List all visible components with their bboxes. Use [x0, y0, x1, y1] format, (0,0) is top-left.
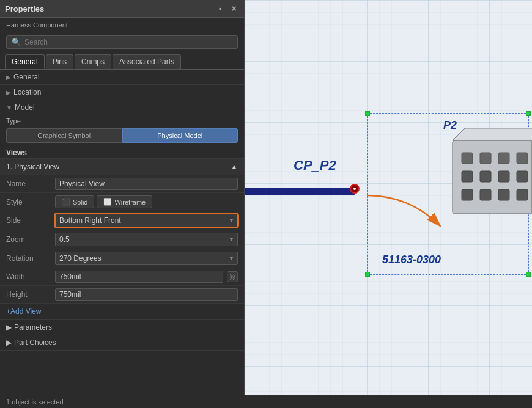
side-label: Side	[6, 216, 55, 225]
corner-bl	[365, 272, 370, 277]
parameters-arrow: ▶	[6, 323, 12, 332]
rotation-dropdown-wrapper: 270 Degrees 0 Degrees 90 Degrees 180 Deg…	[55, 252, 238, 265]
close-button[interactable]: ×	[229, 3, 239, 14]
general-label: General	[13, 73, 40, 81]
solid-btn[interactable]: ⬛ Solid	[55, 195, 94, 208]
search-bar: 🔍	[6, 35, 238, 49]
name-input[interactable]	[55, 178, 238, 190]
corner-tl	[365, 111, 370, 116]
height-input[interactable]	[55, 288, 238, 301]
type-label: Type	[0, 115, 244, 126]
connector-dot	[350, 184, 360, 194]
rotation-select[interactable]: 270 Degrees 0 Degrees 90 Degrees 180 Deg…	[55, 252, 238, 265]
svg-marker-3	[453, 128, 532, 140]
zoom-label: Zoom	[6, 235, 55, 244]
width-row: Width ⛓	[0, 268, 244, 286]
rotation-row: Rotation 270 Degrees 0 Degrees 90 Degree…	[0, 249, 244, 268]
svg-rect-6	[480, 153, 491, 164]
svg-rect-13	[462, 189, 473, 200]
name-label: Name	[6, 180, 55, 188]
svg-rect-5	[462, 153, 473, 164]
corner-tr	[526, 111, 531, 116]
part-number-label: 51163-0300	[382, 253, 441, 266]
tab-general[interactable]: General	[5, 54, 45, 69]
width-value-area: ⛓	[55, 271, 238, 283]
general-arrow: ▶	[6, 74, 11, 81]
svg-rect-9	[462, 171, 473, 182]
rotation-label: Rotation	[6, 254, 55, 263]
zoom-row: Zoom 0.5 0.25 1.0 2.0	[0, 230, 244, 249]
parameters-header[interactable]: ▶ Parameters	[0, 320, 244, 335]
svg-rect-8	[517, 153, 528, 164]
svg-rect-16	[517, 189, 528, 200]
pin-button[interactable]: ▪	[216, 3, 224, 14]
parameters-label: Parameters	[14, 323, 52, 332]
name-row: Name	[0, 175, 244, 193]
tab-pins[interactable]: Pins	[46, 54, 73, 69]
svg-rect-10	[480, 171, 491, 182]
panel-subtitle: Harness Component	[0, 18, 244, 32]
side-dropdown-wrapper: Bottom Right Front Top Left Front Top Ri…	[55, 214, 238, 227]
tab-crimps[interactable]: Crimps	[75, 54, 111, 69]
location-label: Location	[13, 88, 41, 97]
general-section-header[interactable]: ▶ General	[0, 70, 244, 85]
corner-br	[526, 272, 531, 277]
style-row: Style ⬛ Solid ⬜ Wireframe	[0, 193, 244, 211]
panel-title: Properties	[5, 4, 44, 13]
model-section-header[interactable]: ▼ Model	[0, 100, 244, 115]
physical-model-btn[interactable]: Physical Model	[122, 128, 238, 143]
svg-rect-15	[498, 189, 509, 200]
tabs-row: General Pins Crimps Associated Parts	[0, 52, 244, 70]
physical-view-header[interactable]: 1. Physical View ▲	[0, 159, 244, 175]
zoom-select[interactable]: 0.5 0.25 1.0 2.0	[55, 233, 238, 246]
style-buttons: ⬛ Solid ⬜ Wireframe	[55, 195, 152, 208]
model-type-buttons: Graphical Symbol Physical Model	[6, 128, 238, 143]
style-label: Style	[6, 198, 55, 206]
zoom-dropdown-wrapper: 0.5 0.25 1.0 2.0	[55, 233, 238, 246]
link-icon[interactable]: ⛓	[227, 271, 238, 282]
height-label: Height	[6, 290, 55, 299]
side-row: Side Bottom Right Front Top Left Front T…	[0, 211, 244, 230]
physical-view-section: 1. Physical View ▲ Name Style ⬛	[0, 159, 244, 304]
side-select[interactable]: Bottom Right Front Top Left Front Top Ri…	[55, 214, 238, 227]
part-choices-label: Part Choices	[14, 338, 56, 347]
add-view-link[interactable]: +Add View	[0, 304, 244, 320]
status-text: 1 object is selected	[6, 398, 64, 406]
connector-dot-inner	[353, 188, 356, 190]
model-label: Model	[15, 103, 35, 112]
width-label: Width	[6, 272, 55, 281]
model-arrow: ▼	[6, 104, 12, 111]
location-arrow: ▶	[6, 89, 11, 96]
views-label: Views	[0, 145, 244, 159]
svg-rect-7	[498, 153, 509, 164]
panel-title-buttons: ▪ ×	[216, 3, 239, 14]
name-value-wrapper	[55, 178, 238, 190]
height-value-wrapper	[55, 288, 238, 301]
location-section-header[interactable]: ▶ Location	[0, 85, 244, 100]
part-choices-header[interactable]: ▶ Part Choices	[0, 335, 244, 350]
physical-view-label: 1. Physical View	[6, 162, 59, 171]
wireframe-icon: ⬜	[103, 198, 112, 206]
solid-icon: ⬛	[62, 198, 70, 206]
orange-arrow-svg	[361, 183, 459, 244]
physical-view-body: Name Style ⬛ Solid ⬜	[0, 175, 244, 304]
part-choices-section: ▶ Part Choices	[0, 335, 244, 351]
component-name-label: CP_P2	[294, 158, 336, 173]
wireframe-btn[interactable]: ⬜ Wireframe	[97, 195, 152, 208]
panel-titlebar: Properties ▪ ×	[0, 0, 244, 18]
canvas-area: CP_P2 P2 51163-0300	[245, 0, 532, 395]
svg-rect-14	[480, 189, 491, 200]
svg-rect-11	[498, 171, 509, 182]
search-input[interactable]	[24, 38, 232, 46]
width-input[interactable]	[55, 271, 223, 283]
height-row: Height	[0, 286, 244, 304]
tab-associated-parts[interactable]: Associated Parts	[113, 54, 181, 69]
svg-rect-12	[517, 171, 528, 182]
wire-line	[245, 188, 355, 195]
part-choices-arrow: ▶	[6, 338, 12, 347]
physical-view-collapse-icon: ▲	[231, 162, 238, 171]
search-icon: 🔍	[12, 38, 21, 46]
properties-panel: Properties ▪ × Harness Component 🔍 Gener…	[0, 0, 245, 395]
graphical-symbol-btn[interactable]: Graphical Symbol	[6, 128, 122, 143]
model-section: ▼ Model Type Graphical Symbol Physical M…	[0, 100, 244, 145]
